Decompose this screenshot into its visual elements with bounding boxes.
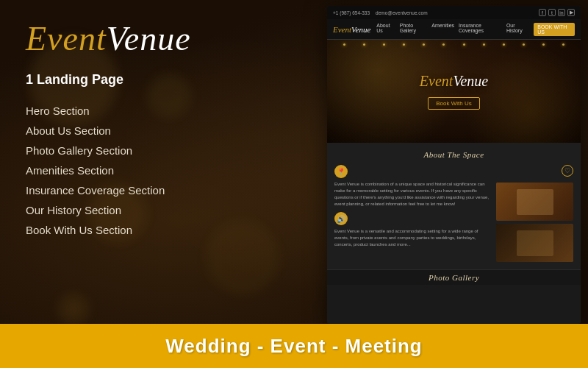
twitter-icon: t	[548, 9, 556, 16]
social-icons: f t in ▶	[539, 9, 575, 16]
light-4	[403, 43, 405, 46]
left-panel: EventVenue 1 Landing Page Hero Section A…	[0, 0, 316, 324]
light-5	[423, 43, 425, 46]
nav-gallery[interactable]: Photo Gallery	[400, 23, 428, 36]
site-email: demo@eventvenue.com	[376, 10, 428, 15]
linkedin-icon: in	[558, 9, 565, 16]
heart-icon: ♡	[562, 165, 573, 177]
light-6	[442, 43, 445, 46]
location-icon: 📍	[334, 165, 348, 178]
lights-decoration	[327, 43, 581, 46]
hero-logo-event: Event	[420, 73, 453, 89]
about-content: 📍 Event Venue is combination of a unique…	[334, 165, 573, 262]
about-image-bottom	[496, 224, 573, 262]
site-gallery-section: Photo Gallery	[327, 269, 581, 285]
sound-icon: 🔊	[334, 212, 348, 225]
nav-insurance[interactable]: Insurance Coverages	[459, 23, 502, 36]
light-2	[363, 43, 365, 46]
section-about[interactable]: About Us Section	[26, 121, 290, 141]
logo-container: EventVenue	[26, 22, 290, 56]
youtube-icon: ▶	[567, 9, 575, 16]
landing-page-label: 1 Landing Page	[26, 72, 290, 88]
banner-text: Wedding - Event - Meeting	[165, 335, 423, 358]
light-12	[562, 43, 564, 46]
website-preview: +1 (987) 654-333 demo@eventvenue.com f t…	[327, 6, 581, 324]
logo-event: Event	[26, 20, 107, 57]
about-col-right: ♡	[496, 165, 573, 262]
hero-logo-venue: Venue	[453, 73, 488, 89]
gallery-title: Photo Gallery	[333, 273, 575, 282]
site-nav-links: About Us Photo Gallery Amenities Insuran…	[376, 23, 575, 36]
logo-text: EventVenue	[26, 22, 290, 56]
light-8	[483, 43, 485, 46]
light-9	[503, 43, 505, 46]
section-gallery[interactable]: Photo Gallery Section	[26, 141, 290, 160]
facebook-icon: f	[539, 9, 546, 16]
section-book[interactable]: Book With Us Section	[26, 220, 290, 240]
site-about-section: About The Space 📍 Event Venue is combina…	[327, 143, 581, 269]
bottom-banner: Wedding - Event - Meeting	[0, 324, 588, 368]
nav-amenities[interactable]: Amenities	[431, 23, 454, 36]
light-1	[343, 43, 345, 46]
nav-cta-button[interactable]: BOOK WITH US	[534, 23, 575, 36]
site-topbar: +1 (987) 654-333 demo@eventvenue.com f t…	[327, 6, 581, 19]
about-image-top	[496, 183, 573, 221]
logo-venue: Venue	[107, 20, 191, 57]
about-text-2: Event Venue is a versatile and accommoda…	[334, 228, 492, 248]
section-insurance[interactable]: Insurance Coverage Section	[26, 180, 290, 200]
site-navbar: EventVenue About Us Photo Gallery Amenit…	[327, 19, 581, 40]
section-history[interactable]: Our History Section	[26, 200, 290, 220]
light-3	[383, 43, 385, 46]
light-7	[463, 43, 465, 46]
section-hero[interactable]: Hero Section	[26, 101, 290, 121]
about-title: About The Space	[334, 150, 573, 159]
nav-history[interactable]: Our History	[506, 23, 529, 36]
nav-about[interactable]: About Us	[376, 23, 395, 36]
site-nav-logo: EventVenue	[333, 25, 370, 34]
light-11	[542, 43, 545, 46]
about-text-1: Event Venue is combination of a unique s…	[334, 181, 492, 208]
site-hero-logo: EventVenue	[420, 73, 488, 90]
about-col-left: 📍 Event Venue is combination of a unique…	[334, 165, 492, 262]
light-10	[523, 43, 525, 46]
section-amenities[interactable]: Amenities Section	[26, 160, 290, 180]
site-hero-section: EventVenue Book With Us	[327, 40, 581, 143]
hero-cta-button[interactable]: Book With Us	[428, 97, 479, 110]
site-phone: +1 (987) 654-333	[333, 10, 370, 15]
section-list: Hero Section About Us Section Photo Gall…	[26, 101, 290, 240]
